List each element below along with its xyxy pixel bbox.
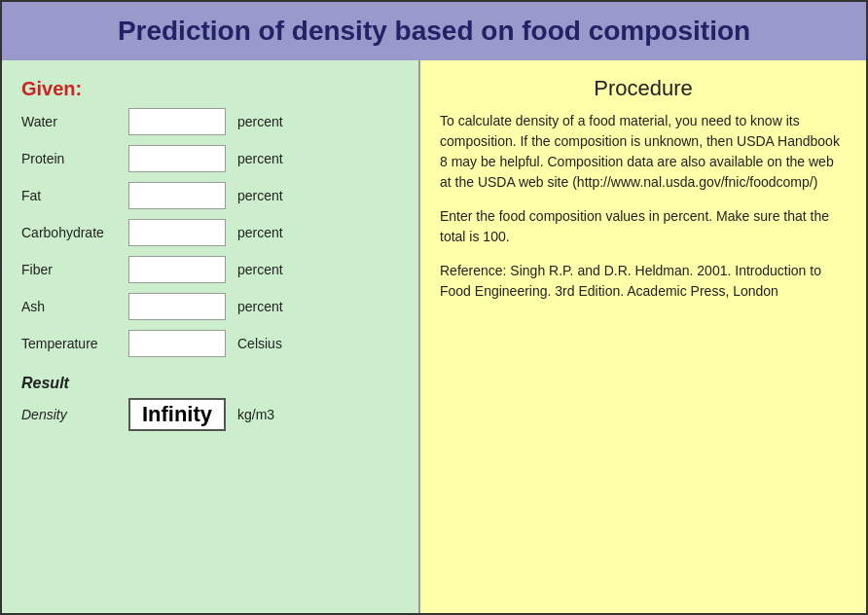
fat-label: Fat: [21, 188, 128, 203]
procedure-text: To calculate density of a food material,…: [440, 111, 847, 193]
fiber-row: Fiber percent: [21, 256, 399, 283]
result-section: Result Density Infinity kg/m3: [21, 375, 399, 431]
fiber-unit: percent: [237, 262, 283, 277]
temperature-row: Temperature Celsius: [21, 330, 399, 357]
temperature-label: Temperature: [21, 336, 128, 351]
protein-row: Protein percent: [21, 145, 399, 172]
temperature-unit: Celsius: [237, 336, 282, 351]
title-bar: Prediction of density based on food comp…: [2, 2, 866, 60]
water-row: Water percent: [21, 108, 399, 135]
density-label: Density: [21, 407, 128, 422]
fiber-input[interactable]: [128, 256, 226, 283]
water-label: Water: [21, 114, 128, 129]
procedure-title: Procedure: [440, 76, 847, 101]
density-row: Density Infinity kg/m3: [21, 398, 399, 431]
fat-row: Fat percent: [21, 182, 399, 209]
protein-unit: percent: [237, 151, 283, 166]
fat-input[interactable]: [128, 182, 226, 209]
page-title: Prediction of density based on food comp…: [21, 16, 847, 47]
instruction-text: Enter the food composition values in per…: [440, 206, 847, 247]
ash-unit: percent: [237, 299, 283, 314]
ash-label: Ash: [21, 299, 128, 314]
ash-row: Ash percent: [21, 293, 399, 320]
carbohydrate-label: Carbohydrate: [21, 225, 128, 240]
carbohydrate-row: Carbohydrate percent: [21, 219, 399, 246]
fat-unit: percent: [237, 188, 283, 203]
given-label: Given:: [21, 78, 399, 100]
reference-text: Reference: Singh R.P. and D.R. Heldman. …: [440, 261, 847, 302]
app-container: Prediction of density based on food comp…: [0, 0, 868, 615]
protein-input[interactable]: [128, 145, 226, 172]
carbohydrate-input[interactable]: [128, 219, 226, 246]
result-label: Result: [21, 375, 399, 392]
fiber-label: Fiber: [21, 262, 128, 277]
carbohydrate-unit: percent: [237, 225, 283, 240]
right-panel: Procedure To calculate density of a food…: [420, 60, 866, 613]
water-unit: percent: [237, 114, 283, 129]
water-input[interactable]: [128, 108, 226, 135]
temperature-input[interactable]: [128, 330, 226, 357]
content-area: Given: Water percent Protein percent Fat…: [2, 60, 866, 613]
left-panel: Given: Water percent Protein percent Fat…: [2, 60, 420, 613]
protein-label: Protein: [21, 151, 128, 166]
density-unit: kg/m3: [237, 407, 274, 422]
density-value: Infinity: [128, 398, 226, 431]
ash-input[interactable]: [128, 293, 226, 320]
